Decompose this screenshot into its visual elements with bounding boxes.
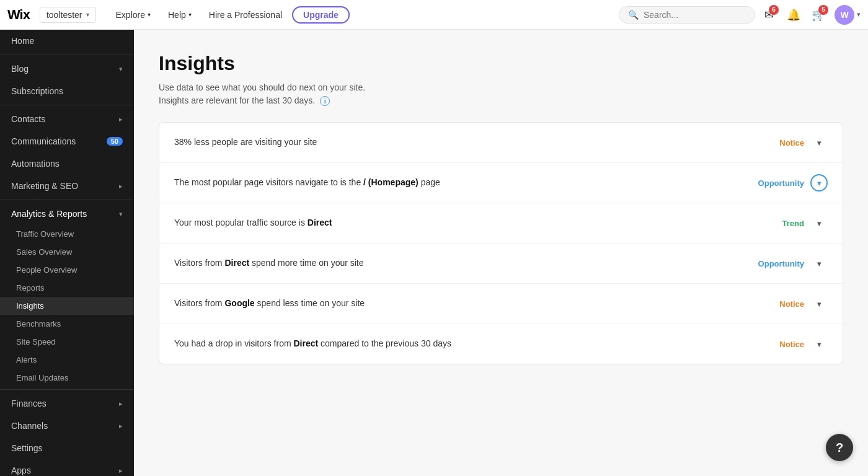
tag-opportunity-4: Opportunity — [758, 259, 804, 268]
cart-button[interactable]: 🛒 5 — [807, 4, 830, 26]
expand-button-6[interactable]: ▾ — [810, 335, 828, 353]
insight-right-4: Opportunity ▾ — [758, 255, 828, 272]
sidebar-item-analytics[interactable]: Analytics & Reports ▾ — [0, 203, 134, 225]
insight-right-5: Notice ▾ — [779, 295, 828, 312]
top-nav-links: Explore ▾ Help ▾ Hire a Professional Upg… — [108, 6, 619, 24]
insight-text-4: Visitors from Direct spend more time on … — [174, 257, 364, 270]
insights-list: 38% less people are visiting your site N… — [159, 122, 843, 364]
site-selector[interactable]: tooltester ▾ — [40, 7, 96, 23]
sidebar-item-benchmarks[interactable]: Benchmarks — [0, 315, 134, 333]
info-icon[interactable]: i — [320, 96, 330, 106]
site-selector-chevron: ▾ — [86, 11, 89, 18]
sidebar-item-marketing[interactable]: Marketing & SEO ▸ — [0, 175, 134, 197]
main-content: Insights Use data to see what you should… — [134, 30, 868, 476]
insight-text-6: You had a drop in visitors from Direct c… — [174, 338, 451, 350]
sidebar-item-communications[interactable]: Communications 50 — [0, 130, 134, 152]
explore-chevron: ▾ — [148, 11, 151, 18]
expand-button-1[interactable]: ▾ — [810, 134, 828, 151]
insight-row-4[interactable]: Visitors from Direct spend more time on … — [159, 244, 843, 284]
channels-chevron: ▸ — [119, 422, 123, 430]
sidebar-item-email-updates[interactable]: Email Updates — [0, 369, 134, 387]
user-menu-chevron[interactable]: ▾ — [857, 11, 861, 19]
insight-row-2[interactable]: The most popular page visitors navigate … — [159, 163, 843, 203]
expand-button-3[interactable]: ▾ — [810, 214, 828, 232]
upgrade-button[interactable]: Upgrade — [292, 6, 350, 24]
insight-text-1: 38% less people are visiting your site — [174, 136, 317, 149]
finances-chevron: ▸ — [119, 400, 123, 408]
bell-icon: 🔔 — [787, 8, 800, 22]
cart-badge: 5 — [818, 5, 828, 15]
nav-explore[interactable]: Explore ▾ — [108, 6, 158, 24]
sidebar-item-sales-overview[interactable]: Sales Overview — [0, 243, 134, 261]
nav-hire[interactable]: Hire a Professional — [202, 6, 290, 24]
page-subtitle: Use data to see what you should do next … — [159, 81, 843, 107]
marketing-chevron: ▸ — [119, 182, 123, 190]
search-input[interactable] — [644, 10, 746, 20]
main-layout: Home Blog ▾ Subscriptions Contacts ▸ Com… — [0, 30, 868, 476]
sidebar-item-reports[interactable]: Reports — [0, 279, 134, 297]
insight-row-6[interactable]: You had a drop in visitors from Direct c… — [159, 324, 843, 364]
expand-button-4[interactable]: ▾ — [810, 255, 828, 272]
messages-button[interactable]: ✉ 6 — [758, 4, 780, 26]
top-navigation: Wix tooltester ▾ Explore ▾ Help ▾ Hire a… — [0, 0, 868, 30]
insight-right-6: Notice ▾ — [779, 335, 828, 353]
help-button[interactable]: ? — [826, 434, 853, 461]
sidebar-item-traffic-overview[interactable]: Traffic Overview — [0, 225, 134, 243]
user-avatar[interactable]: W — [835, 5, 854, 25]
insight-right-3: Trend ▾ — [782, 214, 828, 232]
insight-row-5[interactable]: Visitors from Google spend less time on … — [159, 284, 843, 324]
insight-row-1[interactable]: 38% less people are visiting your site N… — [159, 123, 843, 163]
sidebar-item-insights[interactable]: Insights — [0, 297, 134, 315]
tag-notice-6: Notice — [779, 340, 804, 349]
sidebar-item-finances[interactable]: Finances ▸ — [0, 392, 134, 415]
nav-help[interactable]: Help ▾ — [161, 6, 199, 24]
insight-right-1: Notice ▾ — [779, 134, 828, 151]
sidebar-item-blog[interactable]: Blog ▾ — [0, 58, 134, 80]
sidebar-item-settings[interactable]: Settings — [0, 437, 134, 459]
insight-row-3[interactable]: Your most popular traffic source is Dire… — [159, 203, 843, 244]
sidebar-item-site-speed[interactable]: Site Speed — [0, 333, 134, 351]
top-nav-right: 🔍 ✉ 6 🔔 🛒 5 W ▾ — [619, 4, 861, 26]
wix-logo: Wix — [7, 7, 30, 23]
page-title: Insights — [159, 52, 843, 75]
tag-trend-3: Trend — [782, 219, 804, 228]
analytics-chevron: ▾ — [119, 210, 123, 218]
notifications-button[interactable]: 🔔 — [782, 4, 805, 26]
analytics-submenu: Traffic Overview Sales Overview People O… — [0, 225, 134, 387]
insight-text-2: The most popular page visitors navigate … — [174, 177, 440, 189]
search-box[interactable]: 🔍 — [619, 6, 755, 24]
expand-button-2[interactable]: ▾ — [810, 174, 828, 192]
search-icon: 🔍 — [628, 10, 639, 20]
tag-notice-1: Notice — [779, 138, 804, 148]
communications-badge: 50 — [107, 137, 123, 146]
sidebar-item-subscriptions[interactable]: Subscriptions — [0, 80, 134, 102]
sidebar: Home Blog ▾ Subscriptions Contacts ▸ Com… — [0, 30, 134, 476]
sidebar-item-alerts[interactable]: Alerts — [0, 351, 134, 369]
sidebar-item-home[interactable]: Home — [0, 30, 134, 52]
contacts-chevron: ▸ — [119, 115, 123, 123]
messages-badge: 6 — [769, 5, 779, 15]
help-chevron: ▾ — [188, 11, 192, 18]
tag-opportunity-2: Opportunity — [758, 178, 804, 188]
tag-notice-5: Notice — [779, 299, 804, 309]
insight-text-3: Your most popular traffic source is Dire… — [174, 217, 332, 229]
expand-button-5[interactable]: ▾ — [810, 295, 828, 312]
sidebar-item-channels[interactable]: Channels ▸ — [0, 415, 134, 437]
apps-chevron: ▸ — [119, 467, 123, 475]
sidebar-item-people-overview[interactable]: People Overview — [0, 261, 134, 279]
site-name: tooltester — [46, 10, 82, 20]
sidebar-item-apps[interactable]: Apps ▸ — [0, 459, 134, 476]
sidebar-item-contacts[interactable]: Contacts ▸ — [0, 108, 134, 130]
insight-text-5: Visitors from Google spend less time on … — [174, 298, 365, 310]
sidebar-item-automations[interactable]: Automations — [0, 152, 134, 175]
insight-right-2: Opportunity ▾ — [758, 174, 828, 192]
blog-chevron: ▾ — [119, 65, 123, 73]
